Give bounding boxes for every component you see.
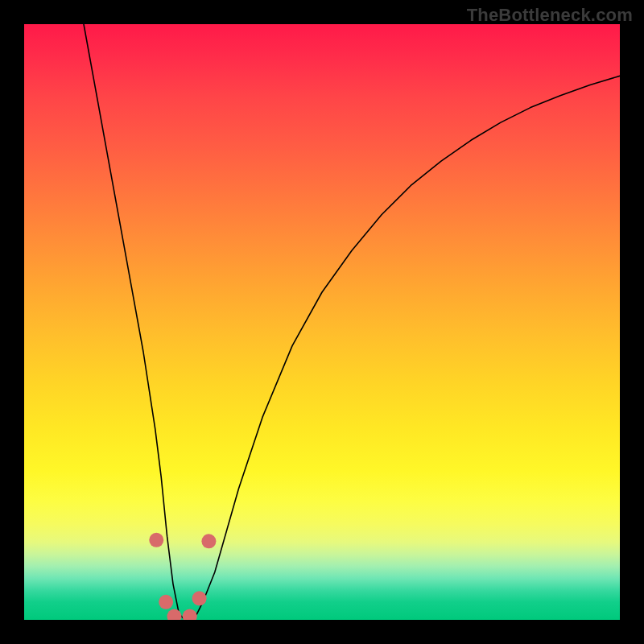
curve-marker: [159, 595, 173, 609]
curve-markers: [149, 533, 216, 620]
curve-marker: [183, 609, 197, 620]
chart-frame: TheBottleneck.com: [0, 0, 644, 644]
chart-plot-area: [24, 24, 620, 620]
bottleneck-curve: [84, 24, 620, 620]
curve-marker: [167, 609, 181, 620]
curve-marker: [149, 533, 163, 547]
curve-marker: [201, 534, 216, 548]
curve-marker: [192, 591, 207, 605]
watermark-text: TheBottleneck.com: [467, 5, 633, 26]
chart-svg: [24, 24, 620, 620]
